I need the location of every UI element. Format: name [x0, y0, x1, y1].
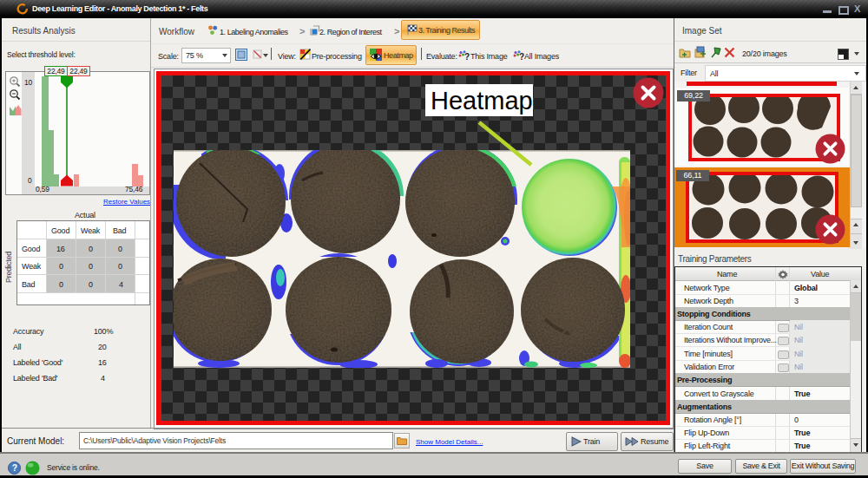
- svg-text:?: ?: [464, 52, 470, 61]
- svg-text:?: ?: [12, 463, 17, 473]
